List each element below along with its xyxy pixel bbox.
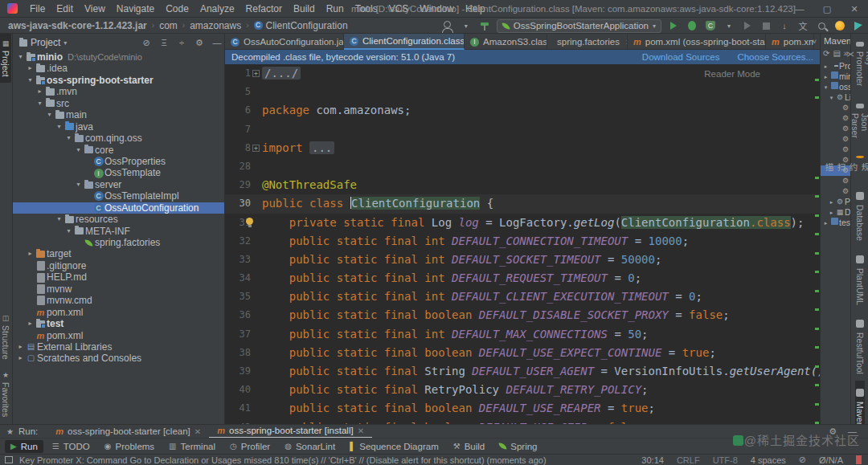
run-tab[interactable]: moss-spring-boot-starter [clean]✕ (47, 425, 209, 438)
code-token[interactable] (330, 308, 336, 321)
search-everywhere-icon[interactable] (815, 19, 828, 32)
maven-tree-item[interactable]: ⚙compile (821, 124, 850, 134)
code-token[interactable] (337, 216, 343, 229)
code-token[interactable]: ... (309, 141, 334, 154)
code-line[interactable]: 7 (225, 120, 820, 139)
tree-chevron-icon[interactable]: ▾ (45, 109, 54, 120)
line-ending-indicator[interactable]: CRLF (677, 455, 700, 465)
code-token[interactable] (330, 383, 336, 396)
maven-tree-item[interactable]: ▸⚙Plugins (821, 197, 850, 207)
line-number[interactable]: 7 (225, 120, 251, 139)
code-token[interactable] (377, 365, 383, 377)
code-token[interactable]: ClientConfiguration (351, 197, 480, 210)
tab-close-icon[interactable]: ✕ (194, 427, 201, 436)
code-token[interactable]: = (669, 290, 689, 303)
code-token[interactable]: 10000 (649, 235, 682, 247)
code-token[interactable] (330, 235, 336, 247)
code-token[interactable] (472, 308, 478, 321)
stripe-mark[interactable] (815, 214, 819, 217)
hide-panel-icon[interactable]: ― (210, 38, 224, 47)
project-tree-item[interactable]: ▸▤External Libraries (13, 341, 224, 353)
code-token[interactable]: boolean (424, 402, 472, 414)
code-token[interactable] (377, 383, 383, 396)
line-number[interactable]: 35 (225, 288, 251, 306)
plugin-orange-icon[interactable] (833, 19, 846, 32)
code-token[interactable]: final (384, 308, 418, 321)
project-tree-item[interactable]: ▸test (13, 318, 224, 329)
tree-chevron-icon[interactable]: ▾ (55, 121, 63, 133)
stripe-mark[interactable] (815, 79, 819, 81)
flag-plugin-icon[interactable] (852, 19, 865, 32)
code-token[interactable]: final (384, 235, 418, 247)
code-token[interactable]: public (262, 197, 303, 210)
gear-icon[interactable]: ⚙ (192, 38, 207, 48)
code-token[interactable] (445, 328, 452, 341)
stripe-mark[interactable] (815, 177, 819, 179)
project-tree-item[interactable]: .gitignore (13, 260, 224, 271)
tree-chevron-icon[interactable]: ▸ (26, 63, 35, 74)
code-token[interactable]: private (289, 216, 337, 229)
sidebar-tool-database[interactable]: Database (855, 184, 865, 247)
code-token[interactable]: int (424, 290, 444, 303)
code-line[interactable]: 6package com.amazonaws; (225, 101, 820, 120)
code-token[interactable]: = (608, 328, 628, 341)
code-token[interactable]: ( (614, 216, 620, 229)
code-token[interactable]: .class (750, 216, 791, 229)
code-token[interactable]: @NotThreadSafe (262, 178, 357, 191)
profiler-chevron-icon[interactable]: ▾ (723, 19, 735, 32)
code-token[interactable]: 50000 (621, 253, 655, 266)
code-line[interactable]: 29@NotThreadSafe (225, 176, 820, 194)
code-token[interactable] (445, 253, 452, 266)
build-hammer-icon[interactable] (478, 19, 491, 32)
project-tree-item[interactable]: ▾src (13, 98, 224, 109)
code-token[interactable]: static (343, 216, 384, 229)
code-token[interactable]: ; (696, 290, 702, 303)
code-token[interactable]: = VersionInfoUtils. (594, 365, 730, 377)
project-tree-item[interactable]: HELP.md (13, 271, 224, 283)
toolwindow-terminal[interactable]: ▥Terminal (163, 440, 221, 453)
line-number[interactable]: 6 (225, 101, 251, 120)
code-token[interactable]: int (424, 328, 444, 341)
code-token[interactable]: ClientConfiguration (621, 216, 750, 229)
code-token[interactable]: public (289, 346, 330, 359)
code-token[interactable] (377, 290, 383, 303)
tree-chevron-icon[interactable]: ▾ (16, 51, 25, 63)
project-tree-item[interactable]: ▾com.qing.oss (13, 133, 224, 144)
project-tree-item[interactable]: ▸target (13, 248, 224, 259)
run-tab[interactable]: moss-spring-boot-starter [install]✕ (209, 425, 372, 438)
code-token[interactable]: public (289, 253, 330, 266)
code-token[interactable]: int (424, 271, 444, 284)
code-token[interactable]: final (384, 365, 418, 377)
project-tree-item[interactable]: ▾core (13, 145, 224, 156)
breadcrumb-item[interactable]: aws-java-sdk-core-1.12.423.jar (8, 20, 147, 31)
collapse-all-icon[interactable]: ÷ (174, 38, 189, 47)
error-stripe[interactable] (814, 64, 819, 424)
code-token[interactable]: ; (649, 402, 655, 414)
breadcrumb-item[interactable]: ClientConfiguration (266, 20, 348, 31)
code-token[interactable] (330, 328, 336, 341)
sidebar-tool-json-parser[interactable]: Json Parser (850, 96, 868, 148)
editor-tab[interactable]: mpom.xml (✕ (766, 34, 814, 50)
code-token[interactable]: Log (424, 216, 458, 229)
code-token[interactable] (330, 365, 336, 377)
inspection-profile-icon[interactable]: ⊘ (799, 455, 806, 465)
code-token[interactable]: static (337, 346, 378, 359)
code-token[interactable]: public (289, 308, 330, 321)
toolwindow-sequence-diagram[interactable]: ▌Sequence Diagram (344, 440, 444, 453)
code-line[interactable]: 34 public static final int DEFAULT_REQUE… (225, 269, 820, 288)
code-token[interactable] (445, 235, 452, 247)
line-number[interactable]: 28 (225, 157, 251, 176)
line-number[interactable]: 36 (225, 306, 251, 324)
code-token[interactable] (262, 365, 289, 377)
code-token[interactable]: class (309, 197, 343, 210)
line-number[interactable]: 39 (225, 362, 251, 381)
code-token[interactable]: log (459, 216, 479, 229)
chevron-down-icon[interactable]: ▾ (460, 19, 473, 32)
code-token[interactable]: = LogFactory. (479, 216, 574, 229)
tree-chevron-icon[interactable]: ▾ (64, 226, 73, 237)
code-token[interactable]: ; (641, 328, 648, 341)
tree-chevron-icon[interactable]: ▾ (35, 98, 44, 109)
code-token[interactable]: final (391, 216, 424, 229)
menu-file[interactable]: File (24, 0, 51, 18)
code-token[interactable] (262, 253, 289, 266)
